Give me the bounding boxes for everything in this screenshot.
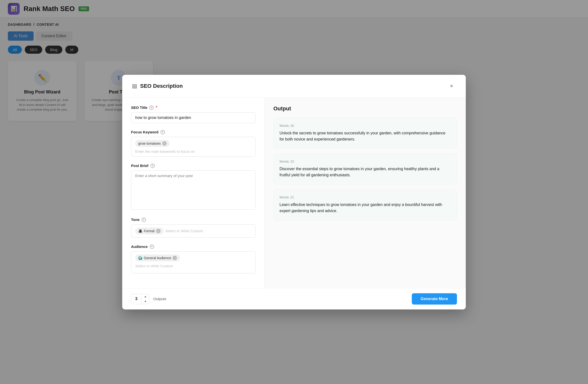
seo-description-modal: ▤ SEO Description × SEO Title ? * <box>122 75 466 309</box>
grow-tomatoes-tag: grow tomatoes × <box>135 140 169 147</box>
modal-right-panel: Output Words: 20 Unlock the secrets to g… <box>265 97 466 288</box>
audience-placeholder: Select or Write Custom <box>135 264 251 268</box>
focus-keyword-help-icon[interactable]: ? <box>161 130 165 134</box>
audience-label-text: Audience <box>131 245 148 249</box>
focus-keyword-placeholder: Enter the main keywords to focus on <box>135 149 251 154</box>
tone-input-box[interactable]: 🎩 Formal × Select or Write Custom <box>131 224 255 238</box>
output-text-2: Discover the essential steps to grow tom… <box>279 166 451 178</box>
audience-tag-close[interactable]: × <box>172 256 177 260</box>
output-card-3: Words: 21 Learn effective techniques to … <box>273 189 457 220</box>
modal-header-left: ▤ SEO Description <box>132 83 183 89</box>
tone-help-icon[interactable]: ? <box>142 217 146 222</box>
output-words-1: Words: 20 <box>279 124 451 128</box>
post-brief-field-group: Post Brief ? <box>131 164 255 211</box>
seo-title-required: * <box>156 105 157 110</box>
general-audience-tag: 🌍 General Audience × <box>135 254 180 261</box>
modal-title: SEO Description <box>140 83 183 89</box>
audience-field-group: Audience ? 🌍 General Audience × Select o… <box>131 245 255 273</box>
output-card-2: Words: 22 Discover the essential steps t… <box>273 154 457 184</box>
post-brief-help-icon[interactable]: ? <box>150 164 155 168</box>
modal-body: SEO Title ? * Focus Keyword ? grow tomat… <box>122 97 466 288</box>
modal-left-panel: SEO Title ? * Focus Keyword ? grow tomat… <box>122 97 265 288</box>
focus-keyword-label: Focus Keyword ? <box>131 130 255 134</box>
tone-label-text: Tone <box>131 217 140 222</box>
focus-keyword-label-text: Focus Keyword <box>131 130 159 134</box>
grow-tomatoes-tag-close[interactable]: × <box>162 141 167 146</box>
post-brief-label-text: Post Brief <box>131 164 148 168</box>
audience-help-icon[interactable]: ? <box>150 245 154 249</box>
post-brief-textarea[interactable] <box>131 171 255 210</box>
tone-text: Formal <box>144 229 155 233</box>
audience-emoji: 🌍 <box>138 256 142 260</box>
generate-more-button[interactable]: Generate More <box>412 293 457 305</box>
output-title: Output <box>273 105 457 112</box>
output-text-1: Unlock the secrets to grow tomatoes succ… <box>279 130 451 142</box>
seo-title-label-text: SEO Title <box>131 105 147 110</box>
output-words-3: Words: 21 <box>279 195 451 199</box>
modal-overlay: ▤ SEO Description × SEO Title ? * <box>0 0 588 384</box>
modal-title-icon: ▤ <box>132 83 137 89</box>
audience-input-box[interactable]: 🌍 General Audience × Select or Write Cus… <box>131 251 255 273</box>
seo-title-input[interactable] <box>131 112 255 123</box>
output-words-2: Words: 22 <box>279 160 451 163</box>
focus-keyword-field-group: Focus Keyword ? grow tomatoes × Enter th… <box>131 130 255 157</box>
tone-placeholder: Select or Write Custom <box>165 229 203 233</box>
outputs-value: 3 <box>131 294 142 304</box>
outputs-stepper[interactable]: 3 ▲ ▼ <box>131 294 149 304</box>
tone-label: Tone ? <box>131 217 255 222</box>
stepper-up-button[interactable]: ▲ <box>142 294 149 299</box>
grow-tomatoes-tag-text: grow tomatoes <box>138 141 161 145</box>
modal-footer: 3 ▲ ▼ Outputs Generate More <box>122 288 466 309</box>
seo-title-field-group: SEO Title ? * <box>131 105 255 123</box>
formal-tag-close[interactable]: × <box>156 229 161 233</box>
stepper-down-button[interactable]: ▼ <box>142 299 149 304</box>
stepper-arrows: ▲ ▼ <box>142 294 149 304</box>
seo-title-help-icon[interactable]: ? <box>149 105 154 110</box>
seo-title-label: SEO Title ? * <box>131 105 255 110</box>
outputs-label: Outputs <box>153 297 166 301</box>
modal-header: ▤ SEO Description × <box>122 75 466 97</box>
post-brief-label: Post Brief ? <box>131 164 255 168</box>
tone-emoji: 🎩 <box>138 229 142 233</box>
audience-text: General Audience <box>144 256 171 260</box>
formal-tone-tag: 🎩 Formal × <box>135 228 164 234</box>
focus-keyword-input-box[interactable]: grow tomatoes × Enter the main keywords … <box>131 137 255 157</box>
output-card-1: Words: 20 Unlock the secrets to grow tom… <box>273 118 457 149</box>
audience-label: Audience ? <box>131 245 255 249</box>
output-text-3: Learn effective techniques to grow tomat… <box>279 202 451 214</box>
tone-field-group: Tone ? 🎩 Formal × Select or Write Custom <box>131 217 255 238</box>
modal-close-button[interactable]: × <box>447 82 456 91</box>
